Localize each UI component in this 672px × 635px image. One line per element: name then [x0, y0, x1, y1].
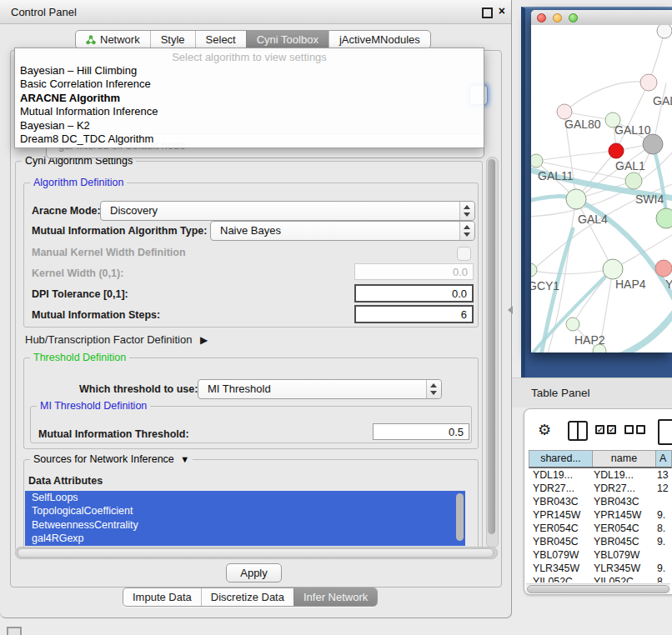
minimize-traffic-light[interactable] — [553, 13, 562, 22]
algorithm-option-mutual-information-inference[interactable]: Mutual Information Inference — [18, 105, 481, 118]
network-node[interactable] — [657, 25, 672, 38]
manual-kernel-checkbox[interactable] — [457, 247, 471, 261]
network-node[interactable] — [566, 189, 586, 209]
algorithm-option-dream8-dc-tdc-algorithm[interactable]: Dream8 DC_TDC Algorithm — [18, 132, 481, 146]
apply-button[interactable]: Apply — [226, 563, 282, 582]
mi-type-value: Naive Bayes — [220, 224, 281, 237]
tab-cyni-toolbox[interactable]: Cyni Toolbox — [246, 31, 328, 48]
network-node[interactable] — [643, 134, 663, 154]
settings-vertical-scrollbar[interactable] — [486, 157, 499, 548]
table-cell: 9. — [654, 535, 672, 548]
tab-network[interactable]: Network — [76, 31, 150, 48]
algorithm-option-aracne-algorithm[interactable]: ARACNE Algorithm — [18, 92, 481, 105]
algorithm-option-bayesian-hill-climbing[interactable]: Bayesian – Hill Climbing — [18, 64, 481, 78]
network-node[interactable] — [566, 318, 579, 331]
column-header-name[interactable]: name — [593, 451, 656, 467]
attribute-item-topologicalcoefficient[interactable]: TopologicalCoefficient — [25, 504, 465, 518]
aracne-mode-combobox[interactable]: Discovery — [100, 201, 475, 221]
node-label-gal80: GAL80 — [564, 118, 601, 131]
node-label-gal1: GAL1 — [615, 159, 645, 172]
checked-pair-icon[interactable]: ✓ ✓ — [595, 425, 616, 434]
tab-impute-data[interactable]: Impute Data — [123, 588, 201, 606]
unchecked-box-icon — [636, 425, 645, 434]
list-scrollbar-thumb[interactable] — [456, 493, 464, 541]
dpi-tolerance-input[interactable] — [354, 284, 474, 302]
close-icon[interactable]: × — [499, 4, 505, 18]
column-header-a[interactable]: A — [656, 451, 671, 467]
algorithm-list: Bayesian – Hill ClimbingBasic Correlatio… — [18, 64, 481, 146]
attribute-item-betweennesscentrality[interactable]: BetweennessCentrality — [25, 518, 465, 532]
table-row[interactable]: YBR043CYBR043C — [529, 495, 672, 508]
close-traffic-light[interactable] — [537, 13, 546, 22]
table-horizontal-scrollbar[interactable] — [526, 583, 670, 593]
table-cell: 9. — [654, 508, 672, 522]
kernel-width-input[interactable] — [354, 263, 474, 280]
settings-horizontal-scrollbar[interactable] — [15, 547, 498, 559]
attribute-item-gal4rgexp[interactable]: gal4RGexp — [25, 532, 465, 545]
tab-discretize-data[interactable]: Discretize Data — [201, 588, 293, 606]
network-node[interactable] — [656, 208, 672, 228]
network-canvas[interactable]: GALGAL80GAL10GAL1GAL11SWI4GAL4GCY1HAP4YH… — [531, 25, 672, 352]
tab-style[interactable]: Style — [150, 31, 195, 48]
network-view-window[interactable]: GALGAL80GAL10GAL1GAL11SWI4GAL4GCY1HAP4YH… — [531, 10, 672, 352]
network-node[interactable] — [531, 154, 543, 168]
table-cell: YPR145W — [591, 508, 654, 522]
checked-box-icon: ✓ — [607, 425, 616, 434]
table-cell: YLR345W — [591, 562, 654, 575]
table-row[interactable]: YDR27...YDR27...12 — [529, 482, 672, 495]
zoom-traffic-light[interactable] — [569, 13, 578, 22]
table-row[interactable]: YER054CYER054C8. — [529, 522, 672, 535]
table-row[interactable]: YPR145WYPR145W9. — [529, 508, 672, 522]
mi-steps-input[interactable] — [354, 305, 474, 323]
table-row[interactable]: YIL052CYIL052C8 — [529, 575, 672, 582]
network-node[interactable] — [625, 172, 642, 189]
unchecked-pair-icon[interactable] — [624, 425, 645, 434]
node-label-y: Y — [665, 278, 672, 291]
network-node[interactable] — [655, 260, 672, 277]
algorithm-option-bayesian-k2[interactable]: Bayesian – K2 — [18, 119, 481, 132]
columns-icon[interactable] — [568, 421, 588, 441]
tab-label: Cyni Toolbox — [257, 33, 318, 46]
table-row[interactable]: YBR045CYBR045C9. — [529, 535, 672, 548]
node-label-hap2: HAP2 — [574, 333, 605, 347]
network-edge — [564, 82, 649, 112]
algorithm-option-basic-correlation-inference[interactable]: Basic Correlation Inference — [18, 78, 481, 91]
which-threshold-value: MI Threshold — [208, 382, 271, 395]
network-window-titlebar[interactable] — [531, 10, 672, 26]
mi-threshold-input[interactable] — [373, 423, 469, 440]
network-node[interactable] — [603, 259, 623, 279]
hub-definition-label[interactable]: Hub/Transcription Factor Definition ▶ — [25, 333, 208, 346]
network-node[interactable] — [609, 143, 624, 158]
which-threshold-label: Which threshold to use: — [79, 383, 198, 395]
collapse-down-icon[interactable]: ▼ — [180, 454, 189, 464]
minimized-panel-icon[interactable] — [7, 627, 22, 635]
combo-spinner-icon — [459, 222, 474, 240]
horizontal-scrollbar-thumb[interactable] — [18, 548, 494, 558]
expand-right-icon[interactable]: ▶ — [200, 334, 208, 346]
gear-icon[interactable]: ⚙ — [538, 421, 551, 439]
node-label-hap4: HAP4 — [615, 278, 646, 291]
new-table-icon[interactable] — [658, 419, 672, 445]
float-window-icon[interactable] — [482, 8, 493, 18]
attribute-item-selfloops[interactable]: SelfLoops — [25, 491, 465, 504]
tab-select[interactable]: Select — [195, 31, 246, 48]
table-row[interactable]: YDL19...YDL19...13 — [529, 468, 672, 482]
table-row[interactable]: YBL079WYBL079W — [529, 548, 672, 562]
data-attributes-list[interactable]: SelfLoopsTopologicalCoefficientBetweenne… — [25, 491, 465, 546]
column-header-shared[interactable]: shared... — [529, 451, 593, 467]
tab-jactivemnodules[interactable]: jActiveMNodules — [328, 31, 430, 48]
algorithm-definition-legend: Algorithm Definition — [30, 177, 127, 188]
network-edge — [531, 269, 613, 273]
tab-label: jActiveMNodules — [339, 33, 420, 46]
vertical-scrollbar-thumb[interactable] — [488, 159, 495, 534]
sources-legend[interactable]: Sources for Network Inference ▼ — [30, 453, 193, 465]
network-node[interactable] — [640, 74, 657, 91]
tab-infer-network[interactable]: Infer Network — [293, 588, 377, 606]
splitter-collapse-icon[interactable] — [508, 306, 513, 314]
which-threshold-combobox[interactable]: MI Threshold — [198, 379, 442, 399]
table-cell — [654, 495, 672, 508]
table-row[interactable]: YLR345WYLR345W9. — [529, 562, 672, 575]
network-node[interactable] — [531, 263, 537, 277]
mi-type-combobox[interactable]: Naive Bayes — [210, 221, 475, 241]
table-hscroll-thumb[interactable] — [527, 585, 669, 593]
